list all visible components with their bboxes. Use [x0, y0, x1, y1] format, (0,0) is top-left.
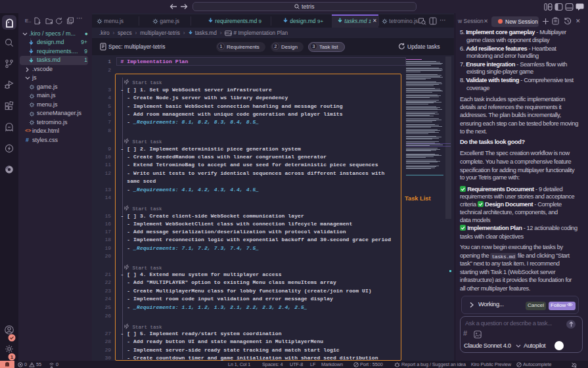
svg-text:1: 1: [11, 354, 14, 360]
